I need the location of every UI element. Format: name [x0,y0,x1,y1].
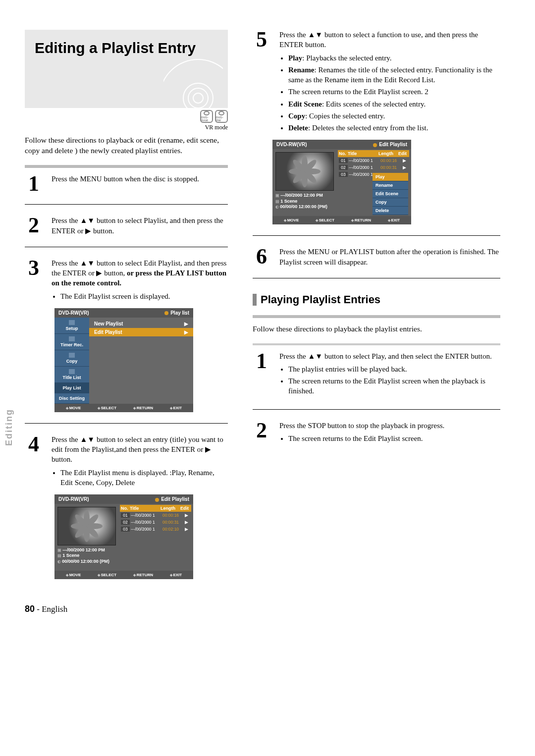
ctx-rename: Rename [373,181,408,190]
divider [253,343,500,345]
step-text: Press the ▲▼ button to select Playlist, … [52,216,228,236]
step-number: 1 [25,174,43,194]
disc-graphic [163,58,223,108]
page-number: 80 [25,604,35,614]
page-title: Editing a Playlist Entry [35,40,218,56]
osd-menu-timer: Timer Rec. [54,334,89,350]
step-number: 4 [25,434,43,454]
right-column: 5 Press the ▲▼ button to select a functi… [253,30,500,584]
step-1: 1 Press the MENU button when the disc is… [25,174,228,194]
osd-table: No.TitleLengthEdit 01---/00/2000 100:00:… [119,504,193,571]
osd-context-menu: Play Rename Edit Scene Copy Delete [373,173,408,215]
step-text: Press the ▲▼ button to select an entry (… [52,434,228,489]
page-footer: 80 - English [25,604,500,614]
ctx-copy: Copy [373,198,408,207]
step-line: Press the ▲▼ button to select an entry (… [52,435,223,464]
divider [253,315,500,318]
step-line: Press the STOP button to stop the playba… [279,422,444,430]
step-line: Press the ▲▼ button to select Play, and … [279,352,492,360]
osd-edit-playlist-context: DVD-RW(VR)Edit Playlist ---/00/2000 12:0… [272,140,411,224]
svg-point-2 [188,88,208,108]
left-column: Editing a Playlist Entry DVD-RAM DVD-RW … [25,30,228,584]
step-bullet: The screen returns to the Edit Playlist … [288,376,500,396]
step-4: 4 Press the ▲▼ button to select an entry… [25,434,228,489]
step-text: Press the ▲▼ button to select Play, and … [279,351,500,398]
heading-bar-icon [253,294,257,306]
step-line: Press the ▲▼ button to select a function… [279,31,478,49]
section2-step-2: 2 Press the STOP button to stop the play… [253,421,500,446]
divider [25,423,228,424]
media-badges: DVD-RAM DVD-RW [25,110,228,123]
step-bullet: Rename: Renames the title of the selecte… [288,65,500,85]
step-text: Press the MENU button when the disc is s… [52,174,228,184]
step-bullet-list: Play: Playbacks the selected entry.Renam… [279,53,500,133]
step-bullet: Edit Scene: Edits scenes of the selected… [288,99,500,109]
osd-preview: ---/00/2000 12:00 PM1 Scene00/00/00 12:0… [54,504,119,571]
osd-titlebar: DVD-RW(VR)Edit Playlist [272,140,411,149]
subsection-heading: Playing Playlist Entries [253,293,500,306]
divider [253,409,500,410]
step-bullet: Copy: Copies the selected entry. [288,111,500,121]
osd-menu-disc: Disc Setting [54,393,89,404]
divider [25,165,228,168]
divider [253,278,500,278]
step-text: Press the STOP button to stop the playba… [279,421,500,446]
step-number: 6 [253,247,270,267]
title-banner: Editing a Playlist Entry [25,30,228,108]
osd-sidebar: Setup Timer Rec. Copy Title List Play Li… [54,318,89,404]
step-bullet: The playlist entries will be played back… [288,364,500,374]
step-number: 1 [253,351,270,371]
svg-point-3 [193,93,203,103]
step-text: Press the MENU or PLAYLIST button after … [279,247,500,267]
osd-meta: ---/00/2000 12:00 PM1 Scene00/00/00 12:0… [57,547,116,564]
section-intro: Follow these directions to playback the … [253,324,500,334]
osd-titlebar: DVD-RW(VR)Edit Playlist [54,494,193,504]
step-bullet: The Edit Playlist menu is displayed. :Pl… [60,468,228,488]
step-bullet: The screen returns to the Edit Playlist … [288,433,500,443]
osd-row: 03---/00/2000 100:02:10▶ [120,526,191,533]
step-3: 3 Press the ▲▼ button to select Edit Pla… [25,258,228,303]
osd-preview: ---/00/2000 12:00 PM1 Scene00/00/00 12:0… [272,149,337,216]
osd-menu-setup: Setup [54,318,89,334]
step-number: 3 [25,258,43,278]
step-bullet: Delete: Deletes the selected entry from … [288,123,500,133]
step-5: 5 Press the ▲▼ button to select a functi… [253,30,500,135]
ctx-editscene: Edit Scene [373,190,408,198]
vr-mode-label: VR mode [25,124,228,131]
osd-table-header: No.TitleLengthEdit [338,150,409,157]
osd-table-header: No.TitleLengthEdit [120,505,191,512]
page-columns: Editing a Playlist Entry DVD-RAM DVD-RW … [25,30,500,584]
step-number: 5 [253,30,270,50]
svg-point-1 [183,83,213,108]
osd-menu-titlelist: Title List [54,367,89,383]
osd-footer: MOVESELECTRETURNEXIT [54,404,193,412]
osd-row: 02---/00/2000 100:00:31▶ [338,164,409,171]
divider [25,247,228,247]
divider [253,235,500,236]
osd-footer: MOVESELECTRETURNEXIT [54,571,193,579]
step-bullet: The Edit Playlist screen is displayed. [60,291,228,301]
osd-menu-copy: Copy [54,350,89,367]
page-language: - English [35,604,67,614]
osd-menu-playlist: Play List [54,383,89,393]
step-bullet: The screen returns to the Edit Playlist … [288,87,500,97]
osd-titlebar: DVD-RW(VR)Play list [54,308,193,318]
osd-row: 01---/00/2000 100:00:16▶ [120,512,191,519]
osd-footer: MOVESELECTRETURNEXIT [272,216,411,224]
osd-meta: ---/00/2000 12:00 PM1 Scene00/00/00 12:0… [275,193,334,210]
osd-row: 01---/00/2000 100:00:16▶ [338,157,409,164]
osd-edit-playlist: DVD-RW(VR)Edit Playlist ---/00/2000 12:0… [54,494,193,579]
intro-paragraph: Follow these directions to playback or e… [25,135,228,156]
step-number: 2 [25,216,43,235]
step-bullet: Play: Playbacks the selected entry. [288,53,500,63]
side-section-label: Editing [4,409,14,446]
osd-playlist-menu: DVD-RW(VR)Play list Setup Timer Rec. Cop… [54,308,193,412]
dvd-ram-badge: DVD-RAM [200,110,213,123]
osd-opt-edit: Edit Playlist▶ [89,328,193,336]
osd-row: 02---/00/2000 100:00:31▶ [120,519,191,526]
step-text: Press the ▲▼ button to select Edit Playl… [52,258,228,303]
step-number: 2 [253,421,270,440]
divider [25,204,228,205]
step-6: 6 Press the MENU or PLAYLIST button afte… [253,247,500,267]
step-text: Press the ▲▼ button to select a function… [279,30,500,135]
